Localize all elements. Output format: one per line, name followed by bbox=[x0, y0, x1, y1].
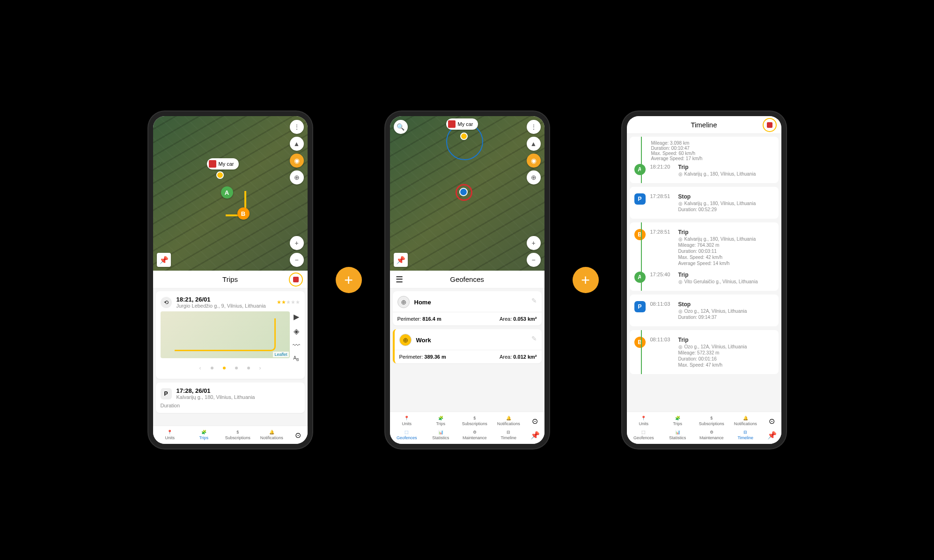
collapse-icon[interactable]: ⊙ bbox=[769, 417, 775, 426]
nav-timeline[interactable]: ⊟Timeline bbox=[492, 428, 526, 442]
pager[interactable]: ‹› bbox=[161, 362, 300, 374]
car-label[interactable]: My car bbox=[446, 118, 478, 130]
trip-address: Jurgio Lebedžio g., 9, Vilnius, Lithuani… bbox=[177, 303, 272, 309]
more-button[interactable]: ⋮ bbox=[290, 120, 304, 134]
more-button[interactable]: ⋮ bbox=[527, 120, 541, 134]
event-avgspeed: Average Speed: 14 km/h bbox=[678, 261, 774, 266]
event-title: Trip bbox=[678, 229, 774, 236]
nav-maintenance[interactable]: ⚙Maintenance bbox=[458, 428, 492, 442]
nav-units[interactable]: 📍Units bbox=[627, 414, 661, 428]
event-title: Trip bbox=[678, 164, 774, 170]
panel-title: Timeline bbox=[691, 121, 717, 129]
marker-b[interactable]: B bbox=[237, 207, 250, 220]
phone-timeline: Timeline Mileage: 3.098 km Duration: 00:… bbox=[622, 111, 786, 449]
collapse-icon[interactable]: ⊙ bbox=[532, 417, 538, 426]
edit-icon[interactable]: ✎ bbox=[531, 335, 537, 342]
timeline-card[interactable]: Mileage: 3.098 km Duration: 00:10:47 Max… bbox=[630, 137, 779, 183]
chart-icon[interactable]: 〰 bbox=[293, 341, 300, 350]
trip-rating[interactable]: ★★★★★ bbox=[277, 299, 300, 305]
parking-icon: P bbox=[161, 388, 172, 399]
marker-a-icon: A bbox=[634, 164, 646, 175]
edit-icon[interactable]: ✎ bbox=[531, 297, 537, 304]
pin-button[interactable]: 📌 bbox=[394, 253, 408, 267]
nav-subscriptions[interactable]: $Subscriptions bbox=[221, 428, 255, 442]
panel-title: Geofences bbox=[450, 275, 484, 283]
timeline-card[interactable]: P 17:28:51 Stop ◎ Kalvarijų g., 180, Vil… bbox=[630, 187, 779, 219]
compass-button[interactable]: ▲ bbox=[527, 137, 541, 151]
locate-button[interactable]: ⊕ bbox=[290, 170, 304, 184]
panel-header: Timeline bbox=[627, 116, 781, 134]
nav-geofences[interactable]: ⬚Geofences bbox=[627, 428, 661, 442]
search-button[interactable]: 🔍 bbox=[394, 120, 408, 134]
panel-header: ☰ Geofences bbox=[390, 271, 544, 288]
ab-icon[interactable]: AB bbox=[293, 355, 299, 362]
nav-trips[interactable]: 🧩Trips bbox=[187, 428, 221, 442]
geofence-card-home[interactable]: ✎ ◎ Home Perimeter: 816.4 m Area: 0.053 … bbox=[393, 291, 542, 325]
nav-statistics[interactable]: 📊Statistics bbox=[424, 428, 458, 442]
locate-button[interactable]: ⊕ bbox=[527, 170, 541, 184]
car-filter[interactable] bbox=[763, 118, 777, 132]
location-dot bbox=[459, 188, 468, 196]
zoom-out-button[interactable]: − bbox=[290, 253, 304, 267]
stop-card[interactable]: P 17:28, 26/01 Kalvarijų g., 180, Vilniu… bbox=[156, 383, 305, 413]
parking-icon: P bbox=[634, 301, 646, 312]
nav-geofences[interactable]: ⬚Geofences bbox=[390, 428, 424, 442]
car-icon bbox=[209, 160, 216, 168]
nav-notifications[interactable]: 🔔Notifications bbox=[255, 428, 289, 442]
nav-notifications[interactable]: 🔔Notifications bbox=[492, 414, 526, 428]
event-title: Trip bbox=[678, 337, 774, 343]
perimeter: Perimeter: 389.36 m bbox=[399, 354, 446, 360]
panel-header: Trips bbox=[153, 271, 308, 288]
event-maxspeed: Max. Speed: 42 km/h bbox=[678, 255, 774, 260]
menu-button[interactable]: ☰ bbox=[396, 274, 403, 285]
pin-button[interactable]: 📌 bbox=[157, 253, 171, 267]
panel-title: Trips bbox=[222, 275, 238, 283]
marker-b-icon: B bbox=[634, 337, 646, 348]
marker-a[interactable]: A bbox=[221, 186, 233, 199]
zoom-in-button[interactable]: + bbox=[290, 236, 304, 250]
trip-minimap[interactable] bbox=[161, 311, 290, 358]
play-icon[interactable]: ▶ bbox=[294, 312, 299, 321]
nav-subscriptions[interactable]: $Subscriptions bbox=[458, 414, 492, 428]
car-name: My car bbox=[219, 161, 234, 167]
nav-statistics[interactable]: 📊Statistics bbox=[661, 428, 695, 442]
nav-notifications[interactable]: 🔔Notifications bbox=[728, 414, 763, 428]
expand-icon[interactable]: ⊙ bbox=[295, 431, 301, 440]
nav-timeline[interactable]: ⊟Timeline bbox=[728, 428, 763, 442]
event-time: 17:28:51 bbox=[650, 229, 674, 235]
nav-maintenance[interactable]: ⚙Maintenance bbox=[695, 428, 729, 442]
zoom-out-button[interactable]: − bbox=[527, 253, 541, 267]
event-duration: Duration: 09:14:37 bbox=[678, 315, 774, 320]
event-time: 17:25:40 bbox=[650, 272, 674, 277]
timeline-card[interactable]: B 17:28:51 Trip ◎ Kalvarijų g., 180, Vil… bbox=[630, 222, 779, 291]
trip-card[interactable]: ⟲ 18:21, 26/01 Jurgio Lebedžio g., 9, Vi… bbox=[156, 291, 305, 379]
target-icon[interactable]: ◈ bbox=[294, 327, 299, 336]
event-address: ◎ Vito Gerulaičio g., Vilnius, Lithuania bbox=[678, 279, 774, 284]
tl-duration: Duration: 00:10:47 bbox=[651, 146, 774, 151]
event-duration: Duration: 00:01:16 bbox=[678, 356, 774, 361]
pin-icon[interactable]: 📌 bbox=[767, 431, 777, 440]
nav-trips[interactable]: 🧩Trips bbox=[661, 414, 695, 428]
zoom-in-button[interactable]: + bbox=[527, 236, 541, 250]
area: Area: 0.053 km² bbox=[500, 316, 537, 322]
layers-button[interactable]: ◉ bbox=[527, 154, 541, 168]
nav-units[interactable]: 📍Units bbox=[153, 428, 187, 442]
stop-address: Kalvarijų g., 180, Vilnius, Lithuania bbox=[177, 394, 255, 400]
event-title: Trip bbox=[678, 272, 774, 278]
event-time: 08:11:03 bbox=[650, 301, 674, 307]
timeline-card[interactable]: P 08:11:03 Stop ◎ Ozo g., 12A, Vilnius, … bbox=[630, 295, 779, 326]
layers-button[interactable]: ◉ bbox=[290, 154, 304, 168]
car-label[interactable]: My car bbox=[207, 158, 239, 169]
compass-button[interactable]: ▲ bbox=[290, 137, 304, 151]
nav-trips[interactable]: 🧩Trips bbox=[424, 414, 458, 428]
pin-icon[interactable]: 📌 bbox=[530, 431, 540, 440]
nav-subscriptions[interactable]: $Subscriptions bbox=[695, 414, 729, 428]
geofence-card-work[interactable]: ✎ ◎ Work Perimeter: 389.36 m Area: 0.012… bbox=[393, 329, 542, 363]
car-position bbox=[216, 171, 224, 179]
nav-units[interactable]: 📍Units bbox=[390, 414, 424, 428]
car-filter[interactable] bbox=[289, 273, 303, 287]
timeline-card[interactable]: B 08:11:03 Trip ◎ Ozo g., 12A, Vilnius, … bbox=[630, 330, 779, 374]
trip-icon: ⟲ bbox=[161, 297, 172, 308]
car-name: My car bbox=[458, 121, 473, 127]
event-address: ◎ Kalvarijų g., 180, Vilnius, Lithuania bbox=[678, 201, 774, 206]
